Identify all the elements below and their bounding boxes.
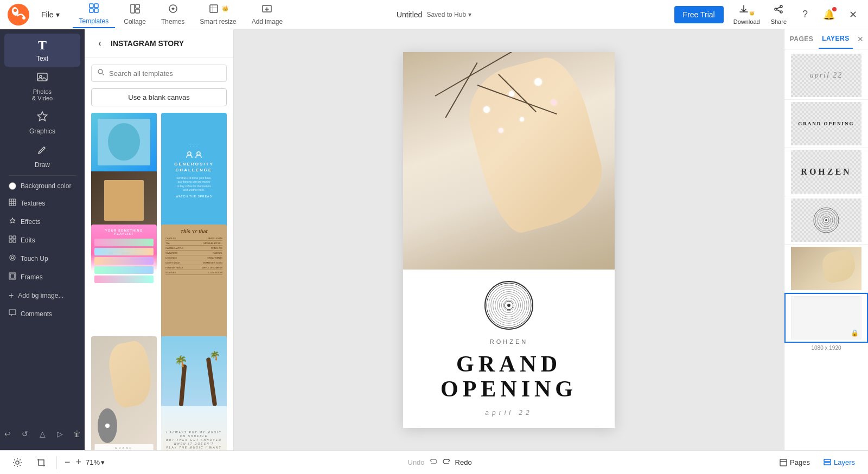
undo-label[interactable]: Undo: [408, 458, 425, 466]
sidebar-frames[interactable]: Frames: [2, 268, 82, 286]
templates-label: Templates: [79, 17, 109, 25]
zoom-in-button[interactable]: +: [75, 456, 83, 469]
zoom-chevron: ▾: [101, 458, 105, 466]
background-color-icon: [9, 182, 16, 190]
svg-point-16: [775, 8, 777, 10]
layer-preview-rohzen: ROHZEN: [801, 167, 851, 177]
undo-redo-section: Undo Redo: [408, 457, 472, 468]
notifications-button[interactable]: 🔔: [820, 6, 838, 23]
saved-text: Saved to Hub: [426, 11, 466, 18]
layers-bottom-button[interactable]: Layers: [819, 454, 859, 471]
svg-rect-33: [9, 310, 16, 315]
delete-button[interactable]: 🗑: [69, 426, 85, 441]
grand-text-line1: GRAND: [456, 351, 561, 376]
text-icon: T: [38, 38, 47, 53]
redo-icon-button[interactable]: [442, 457, 451, 468]
collage-label: Collage: [124, 18, 146, 25]
add-image-label: Add image: [252, 18, 283, 25]
layer-photo[interactable]: [784, 245, 868, 293]
template-card-playlist[interactable]: YOUR SOMETHINGPLAYLIST: [91, 225, 157, 341]
templates-header: ‹ INSTAGRAM STORY: [85, 29, 233, 58]
nav-tool-themes[interactable]: Themes: [155, 1, 191, 28]
sidebar-add-bg[interactable]: + Add bg image...: [2, 286, 82, 305]
help-button[interactable]: ?: [796, 6, 814, 23]
pages-label: Pages: [790, 458, 810, 466]
search-input[interactable]: [109, 69, 221, 78]
close-button[interactable]: ✕: [844, 6, 861, 23]
svg-rect-9: [136, 4, 139, 8]
blossom-5: [551, 100, 557, 105]
layer-rohzen[interactable]: ROHZEN: [784, 148, 868, 196]
vinyl-graphic: [484, 281, 533, 330]
svg-rect-26: [13, 236, 16, 239]
layer-grand-opening[interactable]: GRAND OPENING: [784, 100, 868, 148]
textures-icon: [9, 198, 16, 208]
svg-point-35: [188, 152, 191, 155]
nav-tools: Templates Collage Themes 👑 Smart resize: [73, 1, 674, 28]
sidebar-divider: [9, 175, 76, 176]
layer-thumb-vinyl: [791, 198, 861, 242]
sidebar-item-graphics[interactable]: Graphics: [4, 106, 80, 139]
zoom-section: − + 71% ▾: [63, 456, 105, 469]
template-card-palm[interactable]: 🌴 🌴 I always put my music on shufflebut …: [161, 336, 227, 450]
nav-tool-add-image[interactable]: Add image: [245, 1, 289, 28]
pages-button[interactable]: Pages: [775, 454, 814, 471]
sidebar-background-color[interactable]: Background color: [2, 178, 82, 194]
photo-layer[interactable]: [403, 52, 615, 270]
svg-rect-32: [10, 274, 15, 278]
template-card-generosity[interactable]: · · · GENEROSITYCHALLENGE Send $10 to bl…: [161, 113, 227, 229]
nav-center: Untitled Saved to Hub ▾: [397, 10, 471, 19]
zoom-value[interactable]: 71% ▾: [86, 458, 105, 466]
crop-button[interactable]: [33, 454, 50, 471]
flip-button[interactable]: △: [35, 426, 50, 441]
templates-grid: · · · GENEROSITYCHALLENGE Send $10 to bl…: [85, 113, 233, 450]
free-trial-button[interactable]: Free Trial: [674, 6, 724, 23]
layer-april22[interactable]: april 22: [784, 52, 868, 100]
file-chevron: ▾: [56, 10, 60, 19]
sidebar-item-graphics-label: Graphics: [29, 127, 55, 135]
sidebar-touch-up[interactable]: Touch Up: [2, 249, 82, 268]
layer-vinyl[interactable]: [784, 196, 868, 245]
edits-label: Edits: [21, 236, 35, 244]
themes-icon: [168, 3, 178, 17]
sidebar-edits[interactable]: Edits: [2, 231, 82, 249]
templates-back-button[interactable]: ‹: [93, 37, 106, 50]
download-button[interactable]: 👑 Download: [730, 3, 763, 26]
share-button[interactable]: Share: [768, 3, 790, 26]
sidebar-textures[interactable]: Textures: [2, 194, 82, 213]
svg-point-34: [98, 69, 103, 74]
sidebar-comments[interactable]: Comments: [2, 305, 82, 323]
play-button[interactable]: ▷: [52, 426, 67, 441]
right-panel-tabs: PAGES LAYERS ✕: [784, 29, 868, 49]
nav-tool-smart-resize[interactable]: 👑 Smart resize: [193, 1, 242, 28]
blank-canvas-button[interactable]: Use a blank canvas: [91, 88, 227, 106]
undo-icon-button[interactable]: [429, 457, 438, 468]
redo-button[interactable]: ↺: [17, 426, 33, 441]
canvas-bottom[interactable]: ROHZEN GRAND OPENING april 22: [403, 270, 615, 427]
template-card-photo1[interactable]: GRAND: [91, 336, 157, 450]
nav-tool-templates[interactable]: Templates: [73, 1, 116, 28]
sidebar-item-photos[interactable]: Photos& Video: [4, 67, 80, 106]
templates-search-box[interactable]: [91, 65, 227, 82]
right-panel-close[interactable]: ✕: [853, 30, 868, 48]
layer-canvas[interactable]: 🔒: [784, 293, 868, 343]
sidebar-item-draw[interactable]: Draw: [4, 139, 80, 173]
grand-opening-text: GRAND OPENING: [441, 351, 577, 401]
tab-pages[interactable]: PAGES: [784, 30, 819, 48]
redo-label[interactable]: Redo: [455, 458, 472, 466]
saved-status[interactable]: Saved to Hub ▾: [426, 11, 471, 18]
svg-rect-20: [9, 199, 16, 206]
add-image-icon: [261, 3, 272, 17]
template-card-this-n-that[interactable]: This 'n' that CANDLESFAIRY LIGHTS TEAOAT…: [161, 225, 227, 341]
sidebar-item-text-label: Text: [36, 55, 48, 62]
template-card-1[interactable]: [91, 113, 157, 229]
tab-layers[interactable]: LAYERS: [819, 29, 853, 49]
app-logo[interactable]: [7, 3, 30, 27]
sidebar-effects[interactable]: Effects: [2, 213, 82, 231]
sidebar-item-text[interactable]: T Text: [4, 34, 80, 67]
zoom-out-button[interactable]: −: [63, 456, 72, 469]
settings-button[interactable]: [9, 454, 26, 471]
file-menu[interactable]: File ▾: [37, 8, 64, 21]
undo-button[interactable]: ↩: [0, 426, 15, 441]
nav-tool-collage[interactable]: Collage: [117, 1, 152, 28]
